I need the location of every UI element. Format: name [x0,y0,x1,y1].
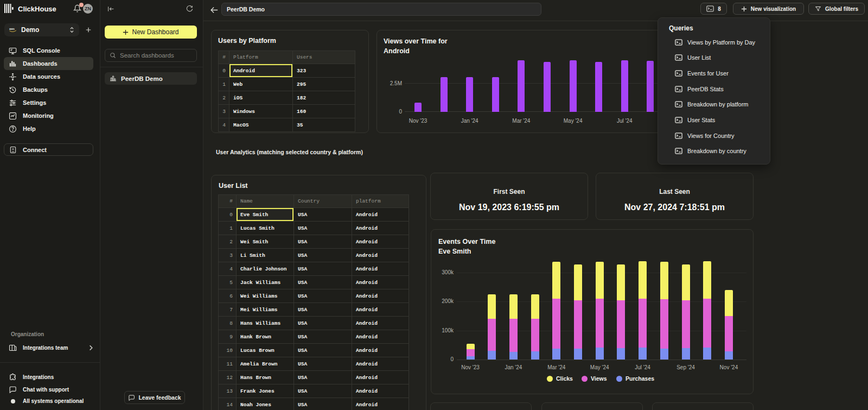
svg-text:aws: aws [9,27,15,30]
